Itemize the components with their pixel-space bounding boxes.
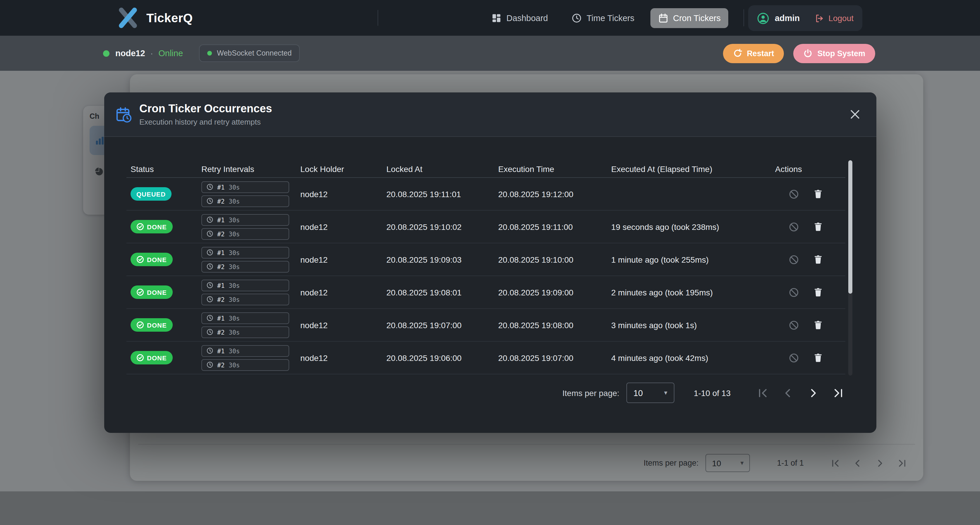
brand-title: TickerQ [146,11,192,25]
nav-cron-tickers[interactable]: Cron Tickers [650,8,728,28]
chevron-right-icon [806,386,820,400]
retry-interval-chip: #2 30s [201,326,289,338]
occurrences-table: Status Retry Intervals Lock Holder Locke… [126,160,845,374]
status-badge-label: DONE [147,354,167,361]
modal-header: Cron Ticker Occurrences Execution histor… [104,92,877,137]
col-header-status: Status [130,164,201,173]
status-badge: QUEUED [130,187,172,201]
avatar-icon [757,12,770,24]
lock-holder-cell: node12 [300,320,387,330]
logout-button[interactable]: Logout [815,13,854,23]
interval-number: #2 [217,296,224,303]
modal-title: Cron Ticker Occurrences [139,102,272,115]
restart-button[interactable]: Restart [723,44,784,63]
nav-dashboard[interactable]: Dashboard [484,8,555,28]
blocked-icon[interactable] [788,286,800,298]
status-cell: DONE [130,318,201,331]
status-badge: DONE [130,285,173,299]
table-row: DONE #1 30s #2 30s node12 20.08.2025 19:… [126,243,845,276]
navbar-divider [378,10,378,26]
delete-icon[interactable] [812,352,824,363]
executed-at-cell: 3 minutes ago (took 1s) [611,320,775,330]
delete-icon[interactable] [812,221,824,233]
retry-intervals-cell: #1 30s #2 30s [201,214,300,240]
interval-number: #1 [217,183,224,190]
delete-icon[interactable] [812,254,824,265]
actions-cell [775,286,845,298]
interval-duration: 30s [229,361,240,368]
status-cell: DONE [130,253,201,266]
blocked-icon[interactable] [788,319,800,331]
interval-number: #1 [217,282,224,289]
interval-duration: 30s [229,314,240,322]
nav-cron-tickers-label: Cron Tickers [673,13,721,22]
delete-icon[interactable] [812,286,824,298]
lock-holder-cell: node12 [300,353,387,362]
blocked-icon[interactable] [788,221,800,233]
retry-intervals-cell: #1 30s #2 30s [201,345,300,371]
status-cell: QUEUED [130,187,201,201]
blocked-icon[interactable] [788,352,800,363]
scrollbar-thumb[interactable] [848,160,853,293]
modal-body: Status Retry Intervals Lock Holder Locke… [104,137,877,432]
logout-label: Logout [828,13,854,23]
actions-cell [775,319,845,331]
items-per-page-label: Items per page: [562,388,619,398]
check-circle-icon [137,223,144,230]
occurrences-table-body: QUEUED #1 30s #2 30s node12 20.08.2025 1… [126,178,845,374]
brand: TickerQ [117,0,192,36]
dashboard-icon [491,13,502,23]
items-per-page-select[interactable]: 10 ▾ [627,382,675,403]
retry-intervals-cell: #1 30s #2 30s [201,312,300,338]
interval-number: #2 [217,230,224,237]
execution-time-cell: 20.08.2025 19:09:00 [498,287,611,297]
status-cell: DONE [130,351,201,365]
clock-icon [207,329,213,335]
table-row: QUEUED #1 30s #2 30s node12 20.08.2025 1… [126,178,845,211]
retry-interval-chip: #1 30s [201,312,289,324]
delete-icon[interactable] [812,319,824,331]
modal-pagination: Items per page: 10 ▾ 1-10 of 13 [562,382,845,403]
close-icon[interactable] [848,107,862,122]
blocked-icon[interactable] [788,254,800,265]
col-header-retry-intervals: Retry Intervals [201,164,300,173]
check-circle-icon [137,354,144,362]
nav-time-tickers[interactable]: Time Tickers [564,8,642,28]
clock-icon [207,315,213,321]
interval-number: #1 [217,347,224,354]
modal-subtitle: Execution history and retry attempts [139,117,272,126]
retry-interval-chip: #2 30s [201,359,289,371]
delete-icon[interactable] [812,188,824,200]
status-badge-label: DONE [147,256,167,263]
clock-icon [207,216,213,223]
websocket-status-dot [207,51,212,56]
col-header-executed-at: Executed At (Elapsed Time) [611,164,775,173]
blocked-icon[interactable] [788,188,800,200]
table-row: DONE #1 30s #2 30s node12 20.08.2025 19:… [126,342,845,374]
clock-icon [207,198,213,204]
status-separator: · [150,49,153,58]
retry-interval-chip: #1 30s [201,181,289,193]
previous-page-button[interactable] [781,386,795,400]
calendar-icon [658,13,668,23]
user-menu[interactable]: admin Logout [748,5,862,31]
interval-duration: 30s [229,263,240,270]
status-badge: DONE [130,220,173,233]
first-page-button[interactable] [756,386,770,400]
cron-occurrences-modal: Cron Ticker Occurrences Execution histor… [104,92,877,433]
interval-number: #1 [217,216,224,223]
last-page-button[interactable] [831,386,845,400]
locked-at-cell: 20.08.2025 19:08:01 [387,287,498,297]
lock-holder-cell: node12 [300,189,387,198]
interval-number: #2 [217,263,224,270]
check-circle-icon [137,289,144,296]
stop-system-button[interactable]: Stop System [793,44,875,63]
col-header-actions: Actions [775,164,845,173]
next-page-button[interactable] [806,386,820,400]
status-cell: DONE [130,220,201,233]
status-badge: DONE [130,351,173,365]
page-range: 1-10 of 13 [694,388,730,398]
modal-titles: Cron Ticker Occurrences Execution histor… [139,102,272,126]
interval-duration: 30s [229,296,240,303]
execution-time-cell: 20.08.2025 19:12:00 [498,189,611,198]
